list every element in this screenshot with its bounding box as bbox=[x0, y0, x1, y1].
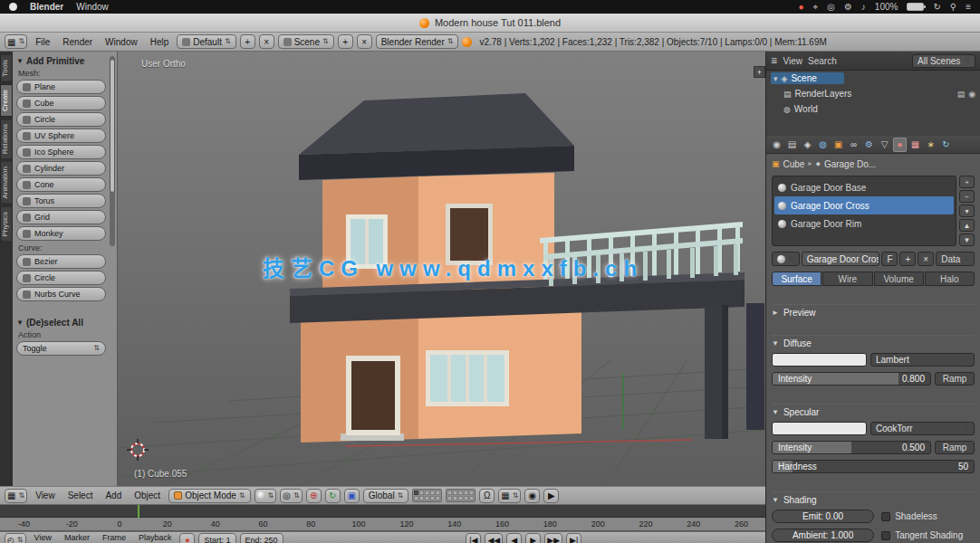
material-unlink-button[interactable]: × bbox=[918, 252, 934, 266]
editor-type-button-timeline[interactable]: ◴⇅ bbox=[5, 533, 26, 543]
outliner-row-world[interactable]: ◍ World bbox=[779, 101, 980, 117]
opengl-render-anim-button[interactable]: ▶ bbox=[543, 489, 559, 503]
diffuse-panel-header[interactable]: ▼Diffuse bbox=[772, 335, 975, 348]
specular-intensity-slider[interactable]: Intensity0.500 bbox=[772, 441, 931, 454]
layout-add-button[interactable]: + bbox=[240, 34, 255, 49]
app-menu[interactable]: Blender bbox=[30, 2, 63, 12]
diffuse-color-swatch[interactable] bbox=[772, 353, 867, 367]
auto-keyframe-record-button[interactable]: ● bbox=[179, 533, 195, 543]
screen-record-icon[interactable]: ● bbox=[798, 2, 803, 12]
tangent-shading-checkbox[interactable]: Tangent Shading bbox=[881, 530, 975, 540]
outliner-view-menu[interactable]: View bbox=[783, 56, 803, 66]
menu-select[interactable]: Select bbox=[63, 491, 98, 500]
material-add-button[interactable]: + bbox=[899, 252, 916, 266]
add-torus-button[interactable]: Torus bbox=[16, 194, 106, 208]
deselect-panel-header[interactable]: ▼(De)select All bbox=[16, 318, 106, 328]
frame-start-field[interactable]: Start: 1 bbox=[198, 533, 235, 543]
preview-panel-header[interactable]: ►Preview bbox=[772, 304, 975, 317]
refresh-icon[interactable]: ↻ bbox=[933, 2, 940, 12]
specular-shader-dropdown[interactable]: CookTorr⇅ bbox=[870, 422, 975, 435]
diffuse-shader-dropdown[interactable]: Lambert⇅ bbox=[870, 353, 975, 367]
layer-toggle[interactable] bbox=[414, 491, 418, 495]
camera-icon[interactable]: ◉ bbox=[968, 90, 975, 99]
specular-panel-header[interactable]: ▼Specular bbox=[772, 404, 975, 416]
physics-tab[interactable]: ↻ bbox=[939, 138, 953, 152]
add-grid-button[interactable]: Grid bbox=[16, 210, 106, 224]
apple-logo[interactable] bbox=[9, 3, 17, 11]
snap-magnet-button[interactable]: Ω bbox=[479, 489, 495, 503]
type-surface-button[interactable]: Surface bbox=[772, 272, 821, 286]
region-expand-icon[interactable]: + bbox=[754, 66, 765, 78]
layer-toggle[interactable] bbox=[469, 496, 474, 500]
menu-add[interactable]: Add bbox=[101, 491, 126, 500]
layer-toggle[interactable] bbox=[425, 491, 429, 495]
layer-toggle[interactable] bbox=[453, 491, 457, 495]
add-circle-curve-button[interactable]: Circle bbox=[16, 271, 106, 285]
specular-ramp-button[interactable]: Ramp bbox=[935, 441, 975, 454]
add-plane-button[interactable]: Plane bbox=[16, 80, 106, 94]
layer-toggle[interactable] bbox=[458, 491, 463, 495]
material-tab[interactable]: ● bbox=[893, 138, 907, 152]
layers-widget-left[interactable] bbox=[412, 489, 442, 502]
manipulator-scale-button[interactable]: ▣ bbox=[344, 489, 360, 503]
layer-toggle[interactable] bbox=[453, 496, 457, 500]
outliner-display-dropdown[interactable]: All Scenes⇅ bbox=[912, 54, 975, 68]
jump-to-start-button[interactable]: |◀ bbox=[466, 533, 481, 543]
manipulator-rotate-button[interactable]: ↻ bbox=[325, 489, 341, 503]
material-browse-button[interactable]: ⇅ bbox=[772, 252, 800, 266]
menu-marker[interactable]: Marker bbox=[60, 533, 94, 542]
layer-toggle[interactable] bbox=[447, 496, 452, 500]
layer-toggle[interactable] bbox=[464, 496, 468, 500]
slot-remove-button[interactable]: − bbox=[959, 190, 975, 203]
object-tab[interactable]: ▣ bbox=[831, 138, 845, 152]
selected-row-highlight[interactable]: ▾◈Scene bbox=[771, 72, 844, 84]
menu-file[interactable]: File bbox=[31, 37, 54, 47]
add-monkey-button[interactable]: Monkey bbox=[16, 226, 106, 241]
tab-relations[interactable]: Relations bbox=[0, 119, 13, 159]
world-tab[interactable]: ◍ bbox=[816, 138, 830, 152]
window-menu[interactable]: Window bbox=[76, 2, 109, 12]
editor-type-button-3dview[interactable]: ▦⇅ bbox=[5, 489, 27, 503]
scene-tab[interactable]: ◈ bbox=[801, 138, 814, 152]
texture-tab[interactable]: ▦ bbox=[908, 138, 922, 152]
ambient-field[interactable]: Ambient: 1.000 bbox=[772, 529, 874, 542]
timeline-canvas[interactable] bbox=[0, 505, 765, 518]
scene-dropdown[interactable]: Scene⇅ bbox=[278, 34, 334, 49]
scene-add-button[interactable]: + bbox=[338, 34, 353, 49]
layer-toggle[interactable] bbox=[458, 496, 463, 500]
diffuse-intensity-slider[interactable]: Intensity0.800 bbox=[772, 372, 931, 386]
tab-physics[interactable]: Physics bbox=[0, 206, 13, 243]
scene-delete-button[interactable]: × bbox=[357, 34, 372, 49]
material-name-field[interactable]: Garage Door Cross bbox=[802, 252, 880, 266]
play-reverse-button[interactable]: ◀ bbox=[506, 533, 522, 543]
tab-tools[interactable]: Tools bbox=[0, 54, 13, 82]
add-bezier-button[interactable]: Bezier bbox=[16, 254, 106, 269]
tree-expand-icon[interactable]: ▾ bbox=[773, 74, 778, 83]
menu-view[interactable]: View bbox=[31, 491, 60, 500]
mode-dropdown[interactable]: Object Mode⇅ bbox=[168, 489, 250, 503]
breadcrumb-object[interactable]: Cube bbox=[783, 159, 805, 169]
diffuse-ramp-button[interactable]: Ramp bbox=[935, 372, 975, 386]
menu-frame[interactable]: Frame bbox=[98, 533, 130, 542]
next-keyframe-button[interactable]: ▶▶ bbox=[544, 533, 562, 543]
editor-type-button[interactable]: ▦⇅ bbox=[5, 34, 27, 49]
menu-object[interactable]: Object bbox=[130, 491, 165, 500]
layer-toggle[interactable] bbox=[425, 496, 429, 500]
layer-toggle[interactable] bbox=[436, 491, 440, 495]
slot-add-button[interactable]: + bbox=[959, 176, 975, 188]
viewport-3d[interactable]: 技艺CG www.qdmxxfb.ch User Ortho (1) Cube.… bbox=[0, 52, 765, 486]
particles-tab[interactable]: ∗ bbox=[924, 138, 937, 152]
slot-specials-button[interactable]: ▾ bbox=[959, 205, 975, 217]
modifiers-tab[interactable]: ⚙ bbox=[862, 138, 876, 152]
material-slot[interactable]: Garage Door Base bbox=[774, 178, 954, 196]
layer-toggle[interactable] bbox=[430, 491, 435, 495]
type-halo-button[interactable]: Halo bbox=[925, 272, 975, 286]
material-slot[interactable]: Garage Door Rim bbox=[774, 214, 954, 233]
manipulator-translate-button[interactable]: ⊕ bbox=[306, 489, 322, 503]
layer-toggle[interactable] bbox=[419, 491, 424, 495]
outliner-editor-icon[interactable]: ≣ bbox=[771, 56, 778, 65]
link-mode-dropdown[interactable]: Data⇅ bbox=[936, 252, 975, 266]
layer-toggle[interactable] bbox=[469, 491, 474, 495]
render-engine-dropdown[interactable]: Blender Render⇅ bbox=[376, 34, 459, 49]
screen-layout-dropdown[interactable]: Default⇅ bbox=[177, 34, 235, 49]
